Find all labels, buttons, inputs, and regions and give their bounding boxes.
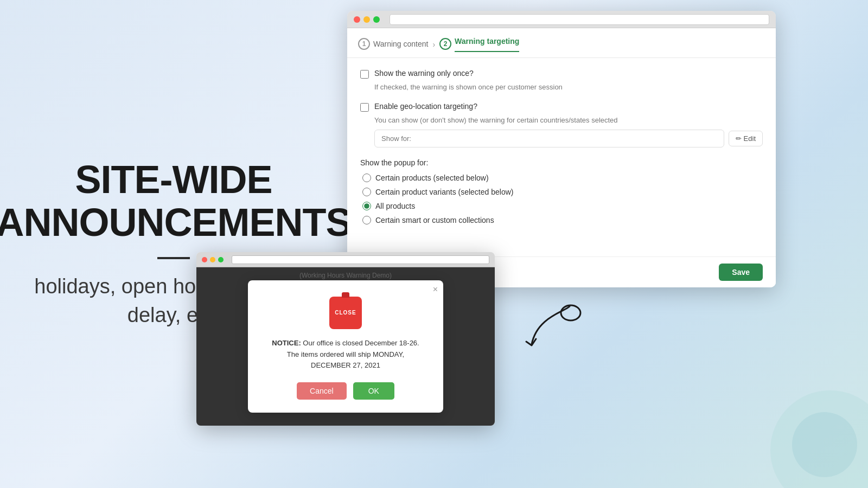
popup-maximize-btn[interactable] — [218, 257, 224, 262]
edit-button[interactable]: ✏ Edit — [729, 131, 763, 146]
modal-notice-text: Our office is closed December 18-26. The… — [287, 339, 419, 370]
modal-ok-button[interactable]: OK — [353, 382, 394, 400]
show-once-group: Show the warning only once? If checked, … — [360, 69, 763, 91]
arrow-annotation — [521, 301, 586, 355]
radio-certain-collections-label: Certain smart or custom collections — [375, 216, 494, 224]
title-line1: SITE-WIDE — [75, 158, 272, 201]
step-1-item[interactable]: 1 Warning content — [358, 38, 428, 56]
radio-group: Certain products (selected below) Certai… — [362, 174, 763, 224]
close-sign: CLOSE — [329, 297, 362, 329]
svg-point-0 — [561, 305, 580, 320]
browser-minimize-btn[interactable] — [363, 16, 370, 23]
popup-background: (Working Hours Warning Demo) × CLOSE NOT… — [196, 267, 495, 426]
radio-certain-collections[interactable]: Certain smart or custom collections — [362, 216, 763, 224]
radio-certain-products-label: Certain products (selected below) — [375, 174, 489, 182]
geo-location-label: Enable geo-location targeting? — [374, 102, 477, 111]
arrow-svg — [521, 301, 586, 355]
show-once-hint: If checked, the warning is shown once pe… — [374, 83, 763, 91]
radio-certain-products[interactable]: Certain products (selected below) — [362, 174, 763, 182]
step-chevron-icon: › — [432, 40, 435, 49]
popup-minimize-btn[interactable] — [210, 257, 215, 262]
browser-window: 1 Warning content › 2 Warning targeting … — [347, 11, 776, 287]
radio-all-products[interactable]: All products — [362, 202, 763, 210]
deco-circle-2 — [792, 412, 857, 477]
pencil-icon: ✏ — [736, 134, 742, 143]
show-once-label: Show the warning only once? — [374, 69, 474, 78]
step-2-circle: 2 — [439, 38, 451, 50]
modal-box: × CLOSE NOTICE: Our office is closed Dec… — [248, 280, 443, 413]
step-2-label: Warning targeting — [455, 37, 519, 52]
popup-titlebar — [196, 252, 495, 267]
modal-overlay: × CLOSE NOTICE: Our office is closed Dec… — [196, 267, 495, 426]
radio-all-products-input[interactable] — [362, 202, 371, 210]
geo-location-checkbox[interactable] — [360, 103, 369, 112]
radio-certain-variants-label: Certain product variants (selected below… — [375, 188, 513, 196]
show-once-checkbox[interactable] — [360, 70, 369, 79]
step-2-item[interactable]: 2 Warning targeting — [439, 37, 519, 57]
geo-location-hint: You can show (or don't show) the warning… — [374, 116, 763, 124]
popup-window: (Working Hours Warning Demo) × CLOSE NOT… — [196, 252, 495, 426]
modal-notice: NOTICE: Our office is closed December 18… — [267, 338, 424, 371]
popup-url-bar[interactable] — [232, 255, 489, 264]
modal-notice-bold: NOTICE: — [272, 339, 301, 347]
radio-certain-variants[interactable]: Certain product variants (selected below… — [362, 188, 763, 196]
browser-close-btn[interactable] — [354, 16, 360, 23]
popup-for-group: Show the popup for: Certain products (se… — [360, 158, 763, 224]
radio-certain-variants-input[interactable] — [362, 188, 371, 196]
close-sign-text: CLOSE — [335, 310, 356, 316]
browser-titlebar — [347, 11, 776, 28]
geo-input-row: ✏ Edit — [374, 130, 763, 147]
radio-all-products-label: All products — [375, 202, 415, 210]
modal-buttons: Cancel OK — [267, 382, 424, 400]
step-1-circle: 1 — [358, 38, 370, 50]
edit-label: Edit — [744, 134, 756, 143]
modal-icon: CLOSE — [329, 297, 362, 329]
title-divider — [157, 257, 190, 259]
geo-input-field[interactable] — [374, 130, 724, 147]
radio-certain-collections-input[interactable] — [362, 216, 371, 224]
title-line2: ANNOUNCEMENTS — [0, 201, 352, 244]
popup-for-label: Show the popup for: — [360, 158, 763, 167]
geo-location-group: Enable geo-location targeting? You can s… — [360, 102, 763, 147]
stepper-nav: 1 Warning content › 2 Warning targeting — [347, 28, 776, 58]
show-once-row: Show the warning only once? — [360, 69, 763, 79]
modal-cancel-button[interactable]: Cancel — [297, 382, 347, 400]
popup-close-btn[interactable] — [202, 257, 207, 262]
browser-maximize-btn[interactable] — [373, 16, 380, 23]
browser-url-bar[interactable] — [390, 14, 769, 25]
modal-close-button[interactable]: × — [433, 285, 438, 294]
geo-checkbox-row: Enable geo-location targeting? — [360, 102, 763, 112]
save-button[interactable]: Save — [719, 264, 763, 281]
main-title: SITE-WIDE ANNOUNCEMENTS — [0, 158, 352, 244]
browser-content: 1 Warning content › 2 Warning targeting … — [347, 28, 776, 287]
radio-certain-products-input[interactable] — [362, 174, 371, 182]
step-1-label: Warning content — [373, 40, 428, 48]
